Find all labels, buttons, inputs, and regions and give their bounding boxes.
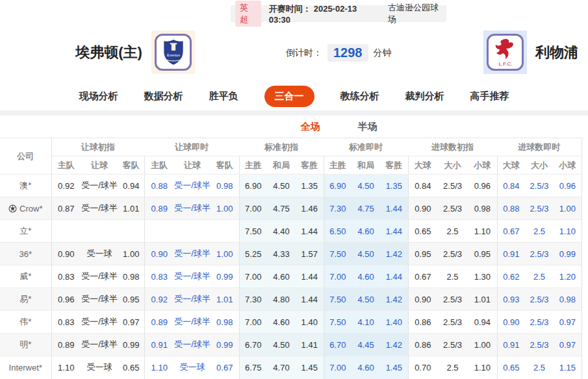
odds-cell[interactable]: 6.50 xyxy=(324,220,352,243)
odds-cell[interactable]: 1.35 xyxy=(380,175,408,197)
odds-cell[interactable]: 0.83 xyxy=(144,265,174,288)
odds-cell[interactable]: 0.92 xyxy=(51,175,81,197)
odds-cell[interactable]: 0.65 xyxy=(497,356,525,379)
odds-cell[interactable]: 4.50 xyxy=(352,288,380,311)
odds-cell[interactable]: 7.00 xyxy=(239,311,267,334)
odds-cell[interactable]: 2.5 xyxy=(437,220,468,243)
odds-cell[interactable]: 0.94 xyxy=(118,175,144,197)
odds-cell[interactable]: 1.10 xyxy=(468,356,497,379)
odds-cell[interactable]: 2.5/3 xyxy=(525,311,554,334)
odds-cell[interactable]: 2.5/3 xyxy=(525,334,554,356)
odds-cell[interactable]: 0.91 xyxy=(497,334,525,356)
odds-cell[interactable]: 0.83 xyxy=(51,311,81,334)
odds-cell[interactable]: 4.60 xyxy=(352,220,380,243)
odds-cell[interactable]: 0.90 xyxy=(51,243,81,265)
company-cell[interactable]: 威* xyxy=(0,265,51,288)
odds-cell[interactable]: 0.91 xyxy=(144,334,174,356)
odds-cell[interactable]: 受一/球半 xyxy=(174,265,211,288)
odds-cell[interactable]: 1.44 xyxy=(380,197,408,220)
odds-cell[interactable]: 4.33 xyxy=(267,243,296,265)
odds-cell[interactable]: 受一/球半 xyxy=(174,311,211,334)
odds-cell[interactable]: 0.67 xyxy=(211,356,239,379)
odds-cell[interactable]: 1.45 xyxy=(296,356,324,379)
odds-cell[interactable]: 2.5/3 xyxy=(525,243,554,265)
odds-cell[interactable]: 0.89 xyxy=(144,311,174,334)
odds-cell[interactable]: 7.50 xyxy=(324,243,352,265)
odds-cell[interactable]: 受一/球半 xyxy=(174,243,211,265)
odds-cell[interactable]: 0.95 xyxy=(408,243,437,265)
odds-cell[interactable]: 1.10 xyxy=(51,356,81,379)
odds-cell[interactable]: 2.5/3 xyxy=(437,334,468,356)
odds-cell[interactable]: 0.91 xyxy=(497,243,525,265)
odds-cell[interactable]: 0.98 xyxy=(118,265,144,288)
odds-cell[interactable]: 2.5/3 xyxy=(437,311,468,334)
odds-cell[interactable]: 0.99 xyxy=(211,265,239,288)
odds-cell[interactable]: 受一/球半 xyxy=(81,197,118,220)
odds-cell[interactable]: 4.10 xyxy=(352,311,380,334)
odds-cell[interactable]: 2.5/3 xyxy=(525,197,554,220)
odds-cell[interactable]: 0.90 xyxy=(144,243,174,265)
odds-cell[interactable]: 0.84 xyxy=(408,175,437,197)
company-cell[interactable]: Crow* xyxy=(0,197,51,220)
odds-cell[interactable]: 6.90 xyxy=(239,175,267,197)
odds-cell[interactable]: 7.50 xyxy=(324,288,352,311)
odds-cell[interactable]: 0.86 xyxy=(408,311,437,334)
odds-cell[interactable]: 0.95 xyxy=(118,288,144,311)
company-cell[interactable]: 36* xyxy=(0,243,51,265)
odds-cell[interactable]: 4.50 xyxy=(352,243,380,265)
odds-cell[interactable]: 4.50 xyxy=(267,334,296,356)
odds-cell[interactable]: 2.5 xyxy=(437,265,468,288)
odds-cell[interactable]: 4.75 xyxy=(267,197,296,220)
odds-cell[interactable]: 受一/球半 xyxy=(174,175,211,197)
odds-cell[interactable]: 6.70 xyxy=(324,334,352,356)
odds-cell[interactable]: 2.5/3 xyxy=(437,288,468,311)
odds-cell[interactable]: 1.44 xyxy=(380,220,408,243)
odds-cell[interactable]: 0.92 xyxy=(144,288,174,311)
company-cell[interactable]: Interwet* xyxy=(0,356,51,379)
odds-cell[interactable]: 1.10 xyxy=(554,220,582,243)
odds-cell[interactable]: 0.88 xyxy=(144,175,174,197)
odds-cell[interactable]: 4.60 xyxy=(267,311,296,334)
odds-cell[interactable]: 4.70 xyxy=(267,356,296,379)
odds-cell[interactable]: 受一/球半 xyxy=(81,265,118,288)
odds-cell[interactable]: 受一/球半 xyxy=(81,288,118,311)
odds-cell[interactable]: 1.42 xyxy=(380,243,408,265)
odds-cell[interactable]: 1.00 xyxy=(118,243,144,265)
odds-cell[interactable]: 0.97 xyxy=(554,334,582,356)
odds-cell[interactable]: 1.41 xyxy=(296,334,324,356)
odds-cell[interactable]: 1.44 xyxy=(296,288,324,311)
odds-cell[interactable]: 0.95 xyxy=(468,243,497,265)
odds-cell[interactable]: 1.40 xyxy=(380,311,408,334)
company-cell[interactable]: 明* xyxy=(0,334,51,356)
odds-cell[interactable]: 7.30 xyxy=(239,288,267,311)
odds-cell[interactable]: 0.65 xyxy=(408,220,437,243)
odds-cell[interactable]: 0.65 xyxy=(118,356,144,379)
odds-cell[interactable]: 0.90 xyxy=(408,288,437,311)
odds-cell[interactable]: 2.5 xyxy=(525,356,554,379)
nav-tab-7[interactable]: 高手推荐 xyxy=(470,90,509,103)
odds-cell[interactable]: 0.99 xyxy=(118,334,144,356)
odds-cell[interactable]: 2.5/3 xyxy=(437,197,468,220)
odds-cell[interactable]: 7.50 xyxy=(239,220,267,243)
odds-cell[interactable]: 1.42 xyxy=(380,288,408,311)
odds-cell[interactable]: 2.5 xyxy=(525,265,554,288)
nav-tab-5[interactable]: 教练分析 xyxy=(340,90,379,103)
odds-cell[interactable]: 0.67 xyxy=(497,220,525,243)
odds-cell[interactable]: 0.98 xyxy=(554,288,582,311)
odds-cell[interactable]: 4.50 xyxy=(352,175,380,197)
odds-cell[interactable]: 1.00 xyxy=(211,197,239,220)
odds-cell[interactable]: 0.84 xyxy=(497,175,525,197)
odds-cell[interactable]: 0.97 xyxy=(118,311,144,334)
nav-tab-2[interactable]: 数据分析 xyxy=(144,90,183,103)
odds-cell[interactable]: 受一球 xyxy=(81,243,118,265)
company-cell[interactable]: 易* xyxy=(0,288,51,311)
odds-cell[interactable]: 4.75 xyxy=(352,197,380,220)
odds-cell[interactable]: 0.96 xyxy=(468,175,497,197)
odds-cell[interactable]: 7.00 xyxy=(324,356,352,379)
odds-cell[interactable]: 7.00 xyxy=(324,265,352,288)
odds-cell[interactable]: 0.62 xyxy=(497,265,525,288)
odds-cell[interactable]: 受一/球半 xyxy=(81,311,118,334)
odds-cell[interactable]: 1.10 xyxy=(144,356,174,379)
odds-cell[interactable]: 受一/球半 xyxy=(81,334,118,356)
odds-cell[interactable]: 0.86 xyxy=(408,334,437,356)
